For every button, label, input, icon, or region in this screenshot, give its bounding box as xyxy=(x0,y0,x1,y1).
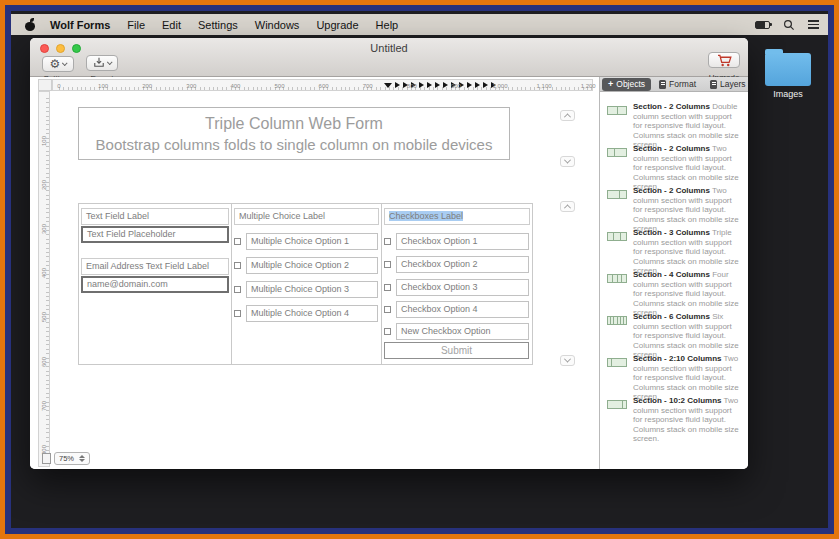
columns-icon xyxy=(607,106,627,115)
checkbox-icon[interactable] xyxy=(384,284,391,291)
checkbox-option-row[interactable]: Checkbox Option 4 xyxy=(384,301,529,318)
text-field-input[interactable]: Text Field Placeholder xyxy=(81,226,229,243)
submit-button[interactable]: Submit xyxy=(384,342,529,359)
checkbox-option[interactable]: Checkbox Option 2 xyxy=(396,256,529,273)
multiple-choice-label[interactable]: Multiple Choice Label xyxy=(234,208,379,225)
form-column-1[interactable]: Text Field Label Text Field Placeholder … xyxy=(78,203,232,365)
form-title: Triple Column Web Form xyxy=(205,113,383,135)
menu-edit[interactable]: Edit xyxy=(162,19,181,31)
apple-menu-icon[interactable] xyxy=(25,19,35,31)
form-column-3[interactable]: Checkboxes Label Checkbox Option 1 Check… xyxy=(381,203,533,365)
ruler-tick-label: 400 xyxy=(41,267,47,279)
form-column-2[interactable]: Multiple Choice Label Multiple Choice Op… xyxy=(231,203,382,365)
section-move-down-button[interactable] xyxy=(560,156,575,167)
horizontal-ruler: 01002003004005006007008009001,0001,1001,… xyxy=(52,79,593,91)
checkbox-option[interactable]: Checkbox Option 1 xyxy=(396,233,529,250)
ruler-tick-label: 600 xyxy=(319,83,329,89)
marker-arrow-icon xyxy=(435,82,440,88)
app-window: Untitled ⚙ Settings Export xyxy=(30,38,748,469)
chevron-down-icon xyxy=(564,356,571,363)
battery-icon[interactable] xyxy=(755,21,770,29)
object-title: Section - 2 Columns xyxy=(633,144,710,153)
object-item-section-4-columns[interactable]: Section - 4 Columns Four column section … xyxy=(600,268,748,310)
menu-file[interactable]: File xyxy=(127,19,145,31)
tab-format[interactable]: Format xyxy=(653,78,702,91)
radio-icon[interactable] xyxy=(234,310,241,317)
menu-upgrade[interactable]: Upgrade xyxy=(316,19,358,31)
design-canvas[interactable]: 01002003004005006007008009001,0001,1001,… xyxy=(30,77,599,469)
checkbox-option-row[interactable]: Checkbox Option 2 xyxy=(384,256,529,273)
checkboxes-label[interactable]: Checkboxes Label xyxy=(384,208,530,225)
menu-app-name[interactable]: Wolf Forms xyxy=(50,19,110,31)
ruler-tick-label: 700 xyxy=(363,83,373,89)
export-button[interactable] xyxy=(86,55,118,71)
notification-center-icon[interactable] xyxy=(808,20,819,29)
radio-icon[interactable] xyxy=(234,262,241,269)
email-field-input[interactable]: name@domain.com xyxy=(81,276,229,293)
zoom-stepper[interactable]: 75% xyxy=(54,452,90,465)
object-item-section-3-columns[interactable]: Section - 3 Columns Triple column sectio… xyxy=(600,226,748,268)
multiple-choice-option-row[interactable]: Multiple Choice Option 3 xyxy=(234,281,378,298)
ruler-tick-label: 100 xyxy=(41,135,47,147)
columns-icon xyxy=(607,148,627,157)
multiple-choice-option[interactable]: Multiple Choice Option 1 xyxy=(246,233,378,250)
object-item-section-2-10-columns[interactable]: Section - 2:10 Columns Two column sectio… xyxy=(600,352,748,394)
checkbox-icon[interactable] xyxy=(384,328,391,335)
multiple-choice-option[interactable]: Multiple Choice Option 4 xyxy=(246,305,378,322)
text-field-label[interactable]: Text Field Label xyxy=(81,208,229,225)
object-title: Section - 2 Columns xyxy=(633,186,710,195)
upgrade-button[interactable] xyxy=(708,52,740,68)
checkbox-option-row[interactable]: New Checkbox Option xyxy=(384,323,529,340)
chevron-down-icon xyxy=(107,59,113,65)
ruler-tick-label: 300 xyxy=(41,223,47,235)
tab-objects[interactable]: + Objects xyxy=(602,78,651,91)
tab-layers[interactable]: Layers xyxy=(704,78,748,91)
object-item-section-2-columns[interactable]: Section - 2 Columns Two column section w… xyxy=(600,142,748,184)
folder-icon[interactable] xyxy=(765,53,811,86)
window-main: 01002003004005006007008009001,0001,1001,… xyxy=(30,77,748,469)
checkbox-option[interactable]: Checkbox Option 3 xyxy=(396,279,529,296)
menu-windows[interactable]: Windows xyxy=(255,19,300,31)
object-item-section-10-2-columns[interactable]: Section - 10:2 Columns Two column sectio… xyxy=(600,394,748,436)
checkbox-icon[interactable] xyxy=(384,306,391,313)
checkbox-icon[interactable] xyxy=(384,261,391,268)
chevron-up-icon xyxy=(564,113,571,120)
section-move-up-button[interactable] xyxy=(560,201,575,212)
radio-icon[interactable] xyxy=(234,238,241,245)
spotlight-search-icon[interactable] xyxy=(783,19,795,31)
desktop-folder[interactable]: Images xyxy=(757,47,819,99)
multiple-choice-option[interactable]: Multiple Choice Option 2 xyxy=(246,257,378,274)
checkbox-option-row[interactable]: Checkbox Option 1 xyxy=(384,233,529,250)
ruler-tick-label: 400 xyxy=(230,83,240,89)
stepper-arrows-icon[interactable] xyxy=(79,455,85,462)
email-field-label[interactable]: Email Address Text Field Label xyxy=(81,258,229,275)
chevron-up-icon xyxy=(564,204,571,211)
settings-button[interactable]: ⚙ xyxy=(42,56,74,72)
screenshot-frame: Wolf Forms File Edit Settings Windows Up… xyxy=(0,0,839,539)
section-move-up-button[interactable] xyxy=(560,110,575,121)
menu-settings[interactable]: Settings xyxy=(198,19,238,31)
multiple-choice-option-row[interactable]: Multiple Choice Option 4 xyxy=(234,305,378,322)
checkbox-option-row[interactable]: Checkbox Option 3 xyxy=(384,279,529,296)
form-header-section[interactable]: Triple Column Web Form Bootstrap columns… xyxy=(78,107,510,160)
checkbox-icon[interactable] xyxy=(384,238,391,245)
multiple-choice-option-row[interactable]: Multiple Choice Option 2 xyxy=(234,257,378,274)
radio-icon[interactable] xyxy=(234,286,241,293)
object-item-section-2-columns[interactable]: Section - 2 Columns Double column sectio… xyxy=(600,100,748,142)
object-list: Section - 2 Columns Double column sectio… xyxy=(600,92,748,469)
checkbox-option[interactable]: Checkbox Option 4 xyxy=(396,301,529,318)
ruler-tick-label: 300 xyxy=(186,83,196,89)
object-item-section-2-columns[interactable]: Section - 2 Columns Two column section w… xyxy=(600,184,748,226)
marker-arrow-icon xyxy=(443,82,448,88)
checkbox-option[interactable]: New Checkbox Option xyxy=(396,323,529,340)
object-title: Section - 3 Columns xyxy=(633,228,710,237)
marker-arrow-icon xyxy=(419,82,424,88)
multiple-choice-option-row[interactable]: Multiple Choice Option 1 xyxy=(234,233,378,250)
multiple-choice-option[interactable]: Multiple Choice Option 3 xyxy=(246,281,378,298)
menu-help[interactable]: Help xyxy=(376,19,399,31)
tab-objects-label: Objects xyxy=(616,79,645,89)
marker-arrow-icon xyxy=(483,82,488,88)
object-item-section-6-columns[interactable]: Section - 6 Columns Six column section w… xyxy=(600,310,748,352)
section-move-down-button[interactable] xyxy=(560,355,575,366)
ruler-tick-label: 800 xyxy=(407,83,417,89)
